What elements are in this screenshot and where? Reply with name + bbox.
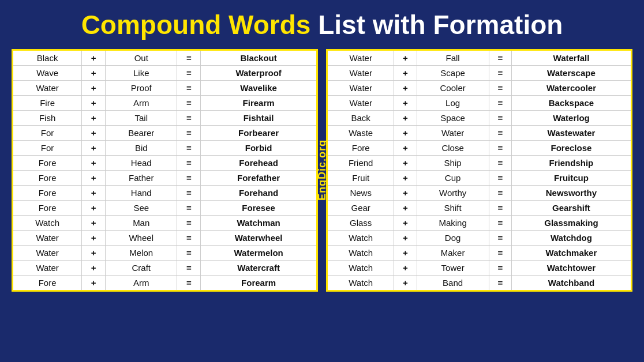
word-part1: Fire: [13, 95, 82, 110]
plus-operator: +: [82, 170, 106, 185]
plus-operator: +: [82, 155, 106, 170]
plus-operator: +: [394, 260, 417, 275]
table-row: Fore+Close=Foreclose: [327, 140, 632, 155]
word-part1: Black: [13, 50, 82, 65]
plus-operator: +: [394, 170, 417, 185]
word-part1: Watch: [327, 260, 394, 275]
equals-operator: =: [177, 155, 201, 170]
compound-word: Blackout: [201, 50, 317, 65]
table-row: Gear+Shift=Gearshift: [327, 200, 632, 215]
compound-word: Foresee: [201, 200, 317, 215]
table-row: Back+Space=Waterlog: [327, 110, 632, 125]
title-part2: List with Formation: [318, 10, 563, 40]
equals-operator: =: [489, 155, 511, 170]
compound-word: Forehand: [201, 185, 317, 200]
equals-operator: =: [489, 260, 511, 275]
equals-operator: =: [489, 200, 511, 215]
word-part1: Watch: [327, 245, 394, 260]
word-part1: For: [13, 140, 82, 155]
equals-operator: =: [177, 125, 201, 140]
compound-word: Backspace: [511, 95, 631, 110]
table-left: Black+Out=BlackoutWave+Like=WaterproofWa…: [12, 49, 318, 292]
word-part2: Fall: [417, 50, 489, 65]
plus-operator: +: [394, 185, 417, 200]
word-part2: Like: [106, 65, 177, 80]
word-part2: Man: [106, 215, 177, 230]
word-part1: Waste: [327, 125, 394, 140]
equals-operator: =: [489, 95, 511, 110]
word-part2: Cup: [417, 170, 489, 185]
compound-word: Watchtower: [511, 260, 631, 275]
table-row: Fruit+Cup=Fruitcup: [327, 170, 632, 185]
word-part1: Back: [327, 110, 394, 125]
compound-word: Watercraft: [201, 260, 317, 275]
plus-operator: +: [82, 260, 106, 275]
table-row: Black+Out=Blackout: [13, 50, 317, 65]
equals-operator: =: [489, 215, 511, 230]
watermark: EngDic.org: [316, 139, 328, 201]
equals-operator: =: [489, 245, 511, 260]
table-row: Water+Fall=Waterfall: [327, 50, 632, 65]
compound-word: Waterscape: [511, 65, 631, 80]
compound-word: Watchdog: [511, 230, 631, 245]
word-part1: Water: [327, 65, 394, 80]
compound-word: Waterlog: [511, 110, 631, 125]
compound-word: Wavelike: [201, 80, 317, 95]
plus-operator: +: [394, 245, 417, 260]
word-part1: Fruit: [327, 170, 394, 185]
word-part2: Shift: [417, 200, 489, 215]
equals-operator: =: [489, 185, 511, 200]
word-part2: Making: [417, 215, 489, 230]
word-part2: Tail: [106, 110, 177, 125]
word-part1: Wave: [13, 65, 82, 80]
equals-operator: =: [489, 65, 511, 80]
word-part1: Fore: [327, 140, 394, 155]
compound-word: Watchmaker: [511, 245, 631, 260]
equals-operator: =: [177, 245, 201, 260]
plus-operator: +: [394, 230, 417, 245]
table-row: Fore+See=Foresee: [13, 200, 317, 215]
compound-word: Watermelon: [201, 245, 317, 260]
compound-word: Foreclose: [511, 140, 631, 155]
equals-operator: =: [489, 275, 511, 291]
word-part1: Friend: [327, 155, 394, 170]
table-row: Watch+Tower=Watchtower: [327, 260, 632, 275]
table-row: Fore+Hand=Forehand: [13, 185, 317, 200]
plus-operator: +: [394, 110, 417, 125]
table-row: Water+Proof=Wavelike: [13, 80, 317, 95]
word-part2: Close: [417, 140, 489, 155]
compound-word: Forearm: [201, 275, 317, 291]
word-part1: Watch: [327, 275, 394, 291]
word-part1: Fore: [13, 200, 82, 215]
word-part1: For: [13, 125, 82, 140]
word-part1: Watch: [13, 215, 82, 230]
word-part1: Gear: [327, 200, 394, 215]
word-part1: Water: [13, 260, 82, 275]
equals-operator: =: [489, 230, 511, 245]
equals-operator: =: [177, 80, 201, 95]
word-part2: Proof: [106, 80, 177, 95]
plus-operator: +: [82, 230, 106, 245]
equals-operator: =: [177, 215, 201, 230]
equals-operator: =: [177, 170, 201, 185]
plus-operator: +: [394, 155, 417, 170]
word-part2: Dog: [417, 230, 489, 245]
equals-operator: =: [489, 110, 511, 125]
word-part2: Space: [417, 110, 489, 125]
compound-word: Forbid: [201, 140, 317, 155]
word-part2: Melon: [106, 245, 177, 260]
compound-word: Firearm: [201, 95, 317, 110]
word-part2: Craft: [106, 260, 177, 275]
table-row: News+Worthy=Newsworthy: [327, 185, 632, 200]
word-part2: Arm: [106, 95, 177, 110]
table-row: Watch+Band=Watchband: [327, 275, 632, 291]
table-row: Fire+Arm=Firearm: [13, 95, 317, 110]
word-part2: Water: [417, 125, 489, 140]
word-part2: Log: [417, 95, 489, 110]
plus-operator: +: [394, 125, 417, 140]
word-part1: Fore: [13, 275, 82, 291]
word-part2: Wheel: [106, 230, 177, 245]
word-part1: Fore: [13, 185, 82, 200]
word-part2: Hand: [106, 185, 177, 200]
table-row: Fore+Father=Forefather: [13, 170, 317, 185]
